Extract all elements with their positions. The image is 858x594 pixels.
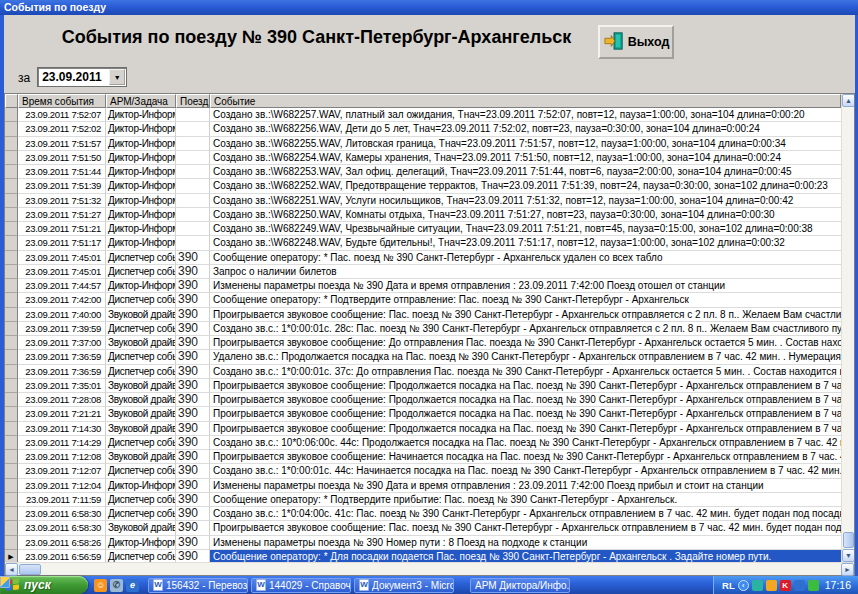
window-titlebar[interactable]: События по поезду — [0, 0, 858, 15]
table-row[interactable]: 23.09.2011 7:51:44 Диктор-Информатор Соз… — [5, 165, 841, 179]
table-row[interactable]: 23.09.2011 7:12:08 Звуковой драйвер 390 … — [5, 450, 841, 464]
internet-explorer-icon[interactable]: e — [126, 579, 139, 592]
table-row[interactable]: 23.09.2011 7:28:08 Звуковой драйвер 390 … — [5, 393, 841, 407]
cell-task: Диктор-Информатор — [106, 536, 176, 550]
table-row[interactable]: 23.09.2011 6:58:30 Звуковой драйвер 390 … — [5, 521, 841, 535]
cell-time: 23.09.2011 7:40:00 — [18, 308, 106, 322]
cell-event: Проигрывается звуковое сообщение: Продол… — [210, 393, 841, 407]
row-marker — [5, 293, 18, 307]
header-time[interactable]: Время события — [18, 94, 106, 108]
cell-time: 23.09.2011 7:28:08 — [18, 393, 106, 407]
table-row[interactable]: 23.09.2011 7:45:01 Диспетчер событий 390… — [5, 265, 841, 279]
table-row[interactable]: ▶ 23.09.2011 6:56:59 Диспетчер событий 3… — [5, 550, 841, 562]
taskbar-button[interactable]: W144029 - Справочно... — [251, 578, 351, 593]
date-combobox[interactable]: 23.09.2011 ▼ — [37, 67, 127, 87]
table-row[interactable]: 23.09.2011 7:14:30 Звуковой драйвер 390 … — [5, 422, 841, 436]
cell-task: Диктор-Информатор — [106, 108, 176, 122]
scroll-right-icon[interactable]: ► — [841, 563, 854, 576]
hscroll-thumb[interactable] — [19, 564, 41, 575]
row-marker — [5, 251, 18, 265]
table-row[interactable]: 23.09.2011 6:58:26 Диктор-Информатор 390… — [5, 536, 841, 550]
cell-task: Диктор-Информатор — [106, 479, 176, 493]
table-row[interactable]: 23.09.2011 7:21:21 Звуковой драйвер 390 … — [5, 407, 841, 421]
cell-train: 390 — [176, 350, 210, 364]
taskbar-button-label: 144029 - Справочно... — [269, 580, 351, 591]
cell-train: 390 — [176, 379, 210, 393]
table-row[interactable]: 23.09.2011 7:40:00 Звуковой драйвер 390 … — [5, 308, 841, 322]
scroll-left-icon[interactable]: ◄ — [5, 563, 18, 576]
taskbar-button[interactable]: WДокумент3 - Microso... — [354, 578, 454, 593]
header-event[interactable]: Событие — [210, 94, 841, 108]
table-row[interactable]: 23.09.2011 7:39:59 Диспетчер событий 390… — [5, 322, 841, 336]
taskbar-button[interactable]: АРМ Диктора/Инфо... — [470, 578, 570, 593]
exit-button[interactable]: Выход — [598, 25, 674, 59]
table-row[interactable]: 23.09.2011 7:14:29 Диспетчер событий 390… — [5, 436, 841, 450]
language-indicator[interactable]: RL — [722, 580, 735, 591]
table-row[interactable]: 23.09.2011 7:51:32 Диктор-Информатор Соз… — [5, 194, 841, 208]
hide-icons-chevron-icon[interactable]: ‹ — [738, 580, 749, 591]
table-row[interactable]: 23.09.2011 7:44:57 Диктор-Информатор 390… — [5, 279, 841, 293]
lan-connection-icon[interactable] — [808, 580, 819, 591]
row-marker — [5, 393, 18, 407]
table-row[interactable]: 23.09.2011 7:11:59 Диспетчер событий 390… — [5, 493, 841, 507]
cell-task: Диктор-Информатор — [106, 165, 176, 179]
start-button[interactable]: пуск — [0, 576, 88, 594]
network-activity-icon[interactable] — [752, 580, 763, 591]
scroll-down-icon[interactable]: ▼ — [842, 549, 854, 562]
kaspersky-icon[interactable]: K — [780, 580, 791, 591]
table-row[interactable]: 23.09.2011 7:45:01 Диспетчер событий 390… — [5, 251, 841, 265]
table-row[interactable]: 23.09.2011 7:51:57 Диктор-Информатор Соз… — [5, 137, 841, 151]
table-row[interactable]: 23.09.2011 7:52:07 Диктор-Информатор Соз… — [5, 108, 841, 122]
row-marker — [5, 464, 18, 478]
vscroll-thumb[interactable] — [843, 532, 854, 548]
exit-button-label: Выход — [628, 35, 670, 49]
table-row[interactable]: 23.09.2011 7:42:00 Диспетчер событий 390… — [5, 293, 841, 307]
vscroll-track[interactable] — [842, 107, 854, 532]
cell-train: 390 — [176, 365, 210, 379]
table-row[interactable]: 23.09.2011 7:51:21 Диктор-Информатор Соз… — [5, 222, 841, 236]
cell-task: Диктор-Информатор — [106, 179, 176, 193]
row-marker — [5, 493, 18, 507]
cell-time: 23.09.2011 7:51:17 — [18, 236, 106, 250]
chevron-down-icon[interactable]: ▼ — [109, 69, 125, 85]
header-task[interactable]: АРМ/Задача — [106, 94, 176, 108]
taskbar-button-label: Документ3 - Microso... — [372, 580, 454, 591]
cell-task: Диктор-Информатор — [106, 222, 176, 236]
table-row[interactable]: 23.09.2011 7:36:59 Диспетчер событий 390… — [5, 365, 841, 379]
cell-train: 390 — [176, 251, 210, 265]
table-row[interactable]: 23.09.2011 7:51:39 Диктор-Информатор Соз… — [5, 179, 841, 193]
table-row[interactable]: 23.09.2011 7:51:50 Диктор-Информатор Соз… — [5, 151, 841, 165]
system-tray: RL ‹ K 17:16 — [713, 576, 858, 594]
table-row[interactable]: 23.09.2011 7:51:27 Диктор-Информатор Соз… — [5, 208, 841, 222]
table-row[interactable]: 23.09.2011 7:51:17 Диктор-Информатор Соз… — [5, 236, 841, 250]
cell-task: Диктор-Информатор — [106, 279, 176, 293]
start-button-label: пуск — [24, 578, 51, 592]
phone-icon[interactable]: ✆ — [110, 579, 123, 592]
table-row[interactable]: 23.09.2011 7:52:02 Диктор-Информатор Соз… — [5, 122, 841, 136]
table-row[interactable]: 23.09.2011 7:35:01 Звуковой драйвер 390 … — [5, 379, 841, 393]
cell-event: Создано зв.с.: 1*0:04:00с. 41с: Пас. пое… — [210, 507, 841, 521]
cell-event: Создано зв.с.: 1*0:00:01с. 28с: Пас. пое… — [210, 322, 841, 336]
messenger-icon[interactable]: ☺ — [94, 579, 107, 592]
scheduler-icon[interactable] — [794, 580, 805, 591]
cell-train — [176, 165, 210, 179]
events-grid: Время события АРМ/Задача Поезд Событие 2… — [4, 93, 855, 576]
table-row[interactable]: 23.09.2011 7:37:00 Звуковой драйвер 390 … — [5, 336, 841, 350]
cell-time: 23.09.2011 7:51:57 — [18, 137, 106, 151]
cell-train: 390 — [176, 407, 210, 421]
table-row[interactable]: 23.09.2011 7:12:07 Диспетчер событий 390… — [5, 464, 841, 478]
agent-icon[interactable] — [766, 580, 777, 591]
cell-task: Диктор-Информатор — [106, 194, 176, 208]
table-row[interactable]: 23.09.2011 6:58:30 Диспетчер событий 390… — [5, 507, 841, 521]
taskbar-buttons: W156432 - Перевозка ...W144029 - Справоч… — [145, 578, 713, 593]
table-row[interactable]: 23.09.2011 7:36:59 Диспетчер событий 390… — [5, 350, 841, 364]
scroll-up-icon[interactable]: ▲ — [842, 94, 854, 107]
taskbar-button[interactable]: W156432 - Перевозка ... — [148, 578, 248, 593]
table-row[interactable]: 23.09.2011 7:12:04 Диктор-Информатор 390… — [5, 479, 841, 493]
header-train[interactable]: Поезд — [176, 94, 210, 108]
vertical-scrollbar[interactable]: ▲ ▼ — [841, 94, 854, 562]
horizontal-scrollbar[interactable]: ◄ ► — [5, 562, 854, 575]
hscroll-track[interactable] — [41, 563, 841, 575]
cell-train: 390 — [176, 293, 210, 307]
cell-time: 23.09.2011 7:12:07 — [18, 464, 106, 478]
